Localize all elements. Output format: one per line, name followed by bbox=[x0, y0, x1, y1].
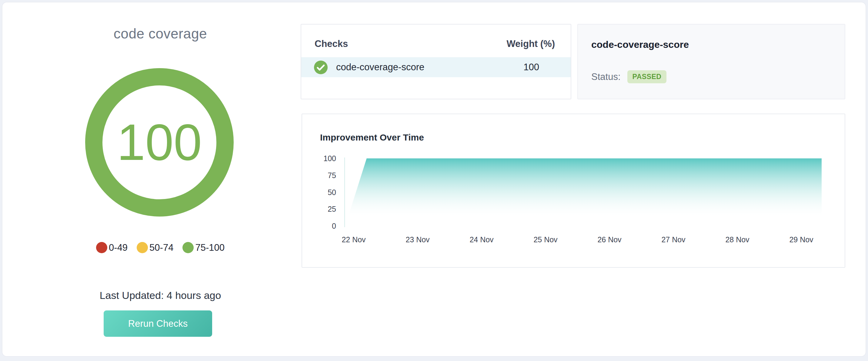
rerun-checks-button[interactable]: Rerun Checks bbox=[104, 310, 212, 337]
legend-label: 0-49 bbox=[109, 242, 128, 253]
svg-text:25 Nov: 25 Nov bbox=[533, 235, 558, 244]
improvement-area-chart: 025507510022 Nov23 Nov24 Nov25 Nov26 Nov… bbox=[302, 114, 846, 268]
svg-text:23 Nov: 23 Nov bbox=[405, 235, 430, 244]
svg-text:27 Nov: 27 Nov bbox=[661, 235, 686, 244]
svg-text:26 Nov: 26 Nov bbox=[597, 235, 622, 244]
yellow-dot-icon bbox=[137, 242, 148, 253]
check-detail-card: code-coverage-score Status: PASSED bbox=[577, 24, 845, 99]
check-circle-icon bbox=[314, 61, 328, 74]
status-line: Status: PASSED bbox=[591, 70, 831, 83]
table-row[interactable]: code-coverage-score 100 bbox=[301, 57, 571, 77]
column-header-checks: Checks bbox=[315, 38, 348, 50]
checks-table-header: Checks Weight (%) bbox=[301, 25, 571, 50]
score-legend: 0-49 50-74 75-100 bbox=[2, 242, 318, 253]
check-detail-title: code-coverage-score bbox=[591, 39, 831, 50]
legend-label: 75-100 bbox=[195, 242, 224, 253]
svg-text:100: 100 bbox=[323, 154, 336, 163]
legend-label: 50-74 bbox=[149, 242, 173, 253]
legend-item-low: 0-49 bbox=[96, 242, 128, 253]
page-title: code coverage bbox=[2, 26, 318, 42]
score-gauge: 100 bbox=[85, 68, 234, 217]
status-badge: PASSED bbox=[627, 70, 667, 83]
svg-text:29 Nov: 29 Nov bbox=[789, 235, 813, 244]
status-label: Status: bbox=[591, 71, 621, 83]
red-dot-icon bbox=[96, 242, 107, 253]
check-name: code-coverage-score bbox=[336, 62, 523, 73]
legend-item-medium: 50-74 bbox=[137, 242, 173, 253]
improvement-chart-card: Improvement Over Time 025507510022 Nov23… bbox=[302, 113, 845, 268]
svg-text:0: 0 bbox=[332, 222, 336, 230]
svg-text:75: 75 bbox=[328, 171, 336, 179]
svg-text:24 Nov: 24 Nov bbox=[469, 235, 494, 244]
green-dot-icon bbox=[182, 242, 194, 253]
checks-table-card: Checks Weight (%) code-coverage-score 10… bbox=[301, 24, 571, 99]
svg-text:28 Nov: 28 Nov bbox=[725, 235, 749, 244]
score-value: 100 bbox=[117, 117, 202, 168]
legend-item-high: 75-100 bbox=[182, 242, 224, 253]
svg-text:22 Nov: 22 Nov bbox=[342, 235, 366, 244]
column-header-weight: Weight (%) bbox=[506, 38, 555, 50]
check-weight-value: 100 bbox=[523, 62, 539, 73]
svg-text:25: 25 bbox=[328, 205, 336, 213]
dashboard-card: code coverage 100 0-49 50-74 75-100 Last… bbox=[2, 2, 866, 357]
svg-text:50: 50 bbox=[328, 188, 336, 197]
last-updated-text: Last Updated: 4 hours ago bbox=[2, 290, 318, 301]
